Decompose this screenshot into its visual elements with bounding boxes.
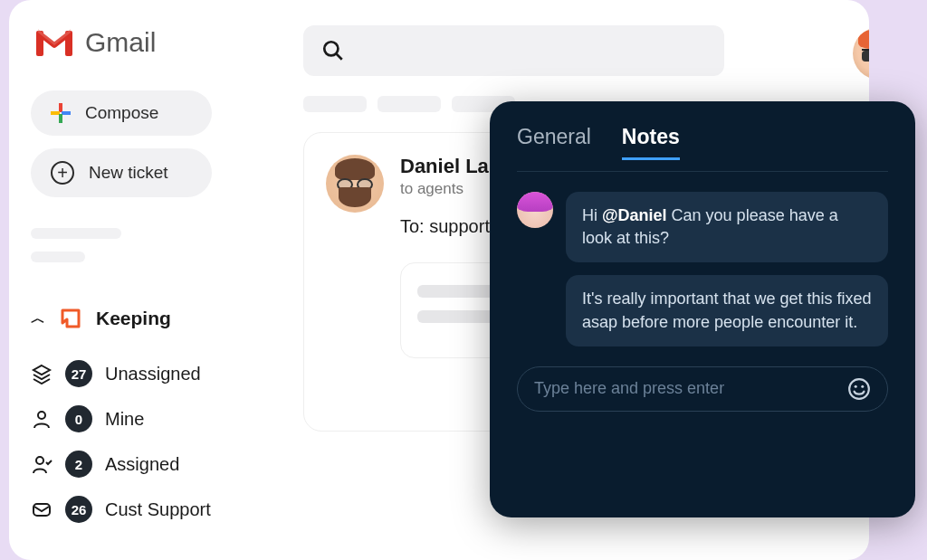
- notes-panel: General Notes Hi @Daniel Can you please …: [490, 101, 915, 517]
- search-icon: [321, 39, 345, 62]
- emoji-icon[interactable]: [847, 377, 871, 401]
- count-badge: 27: [65, 360, 92, 387]
- person-icon: [31, 408, 53, 430]
- svg-point-7: [36, 457, 43, 464]
- count-badge: 26: [65, 496, 92, 523]
- keeping-section-toggle[interactable]: ︿ Keeping: [31, 306, 263, 331]
- svg-point-12: [855, 385, 857, 388]
- sender-avatar: [326, 155, 384, 213]
- user-avatar[interactable]: [853, 27, 869, 80]
- svg-rect-5: [59, 114, 62, 123]
- folder-label: Assigned: [105, 454, 179, 475]
- sidebar: Gmail Compose + New ticket ︿ Keeping: [9, 0, 285, 560]
- svg-point-6: [38, 412, 45, 419]
- note-message: It's really important that we get this f…: [566, 275, 888, 346]
- mention[interactable]: @Daniel: [602, 206, 667, 224]
- gmail-icon: [34, 27, 74, 58]
- sidebar-placeholder: [31, 228, 263, 275]
- folder-label: Mine: [105, 409, 144, 430]
- count-badge: 2: [65, 451, 92, 478]
- panel-divider: [517, 171, 888, 172]
- compose-label: Compose: [85, 103, 158, 123]
- svg-line-10: [336, 53, 342, 60]
- person-check-icon: [31, 453, 53, 475]
- folder-label: Unassigned: [105, 364, 201, 384]
- svg-rect-4: [62, 111, 71, 115]
- tab-general[interactable]: General: [517, 125, 591, 158]
- chevron-up-icon: ︿: [31, 309, 45, 328]
- stack-icon: [31, 363, 53, 384]
- folder-label: Cust Support: [105, 499, 211, 520]
- svg-point-11: [849, 379, 869, 399]
- search-input[interactable]: [303, 25, 724, 76]
- folder-mine[interactable]: 0 Mine: [31, 396, 263, 441]
- plus-icon: [51, 103, 71, 123]
- note-row: Hi @Daniel Can you please have a look at…: [517, 192, 888, 262]
- svg-rect-8: [33, 504, 50, 516]
- svg-point-9: [324, 42, 338, 55]
- svg-rect-3: [51, 111, 60, 115]
- tab-notes[interactable]: Notes: [622, 125, 680, 158]
- note-message: Hi @Daniel Can you please have a look at…: [566, 192, 888, 262]
- note-row: It's really important that we get this f…: [517, 275, 888, 346]
- note-input[interactable]: Type here and press enter: [517, 366, 888, 412]
- keeping-title: Keeping: [96, 308, 171, 329]
- keeping-icon: [58, 306, 83, 331]
- count-badge: 0: [65, 405, 92, 432]
- svg-rect-2: [59, 103, 62, 112]
- folder-assigned[interactable]: 2 Assigned: [31, 441, 263, 487]
- compose-button[interactable]: Compose: [31, 90, 212, 136]
- folder-cust-support[interactable]: 26 Cust Support: [31, 487, 263, 532]
- app-name: Gmail: [85, 27, 156, 58]
- envelope-icon: [31, 498, 53, 520]
- note-author-avatar: [517, 192, 553, 228]
- svg-point-13: [861, 385, 864, 388]
- note-input-placeholder: Type here and press enter: [534, 379, 724, 398]
- folder-unassigned[interactable]: 27 Unassigned: [31, 351, 263, 396]
- new-ticket-label: New ticket: [89, 163, 168, 183]
- panel-tabs: General Notes: [517, 125, 888, 158]
- logo-row: Gmail: [31, 27, 263, 58]
- new-ticket-button[interactable]: + New ticket: [31, 148, 212, 197]
- note-text-pre: Hi: [582, 206, 602, 224]
- plus-circle-icon: +: [51, 161, 74, 185]
